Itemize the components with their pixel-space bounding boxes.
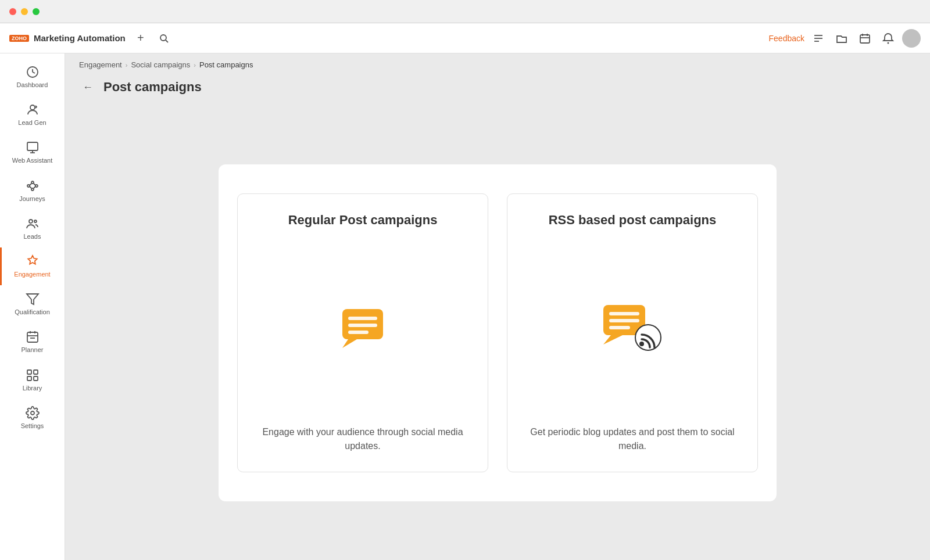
- svg-line-21: [34, 184, 35, 185]
- topbar-actions: Feedback: [769, 29, 921, 48]
- rss-card-description: Get periodic blog updates and post them …: [521, 425, 743, 453]
- svg-rect-27: [27, 332, 38, 342]
- cards-wrapper: Regular Post campaigns: [65, 105, 930, 560]
- regular-card-icon-area: [337, 237, 389, 416]
- sidebar-label-journeys: Journeys: [19, 195, 45, 203]
- svg-point-24: [29, 220, 33, 223]
- list-icon[interactable]: [809, 29, 828, 48]
- svg-point-47: [635, 325, 661, 350]
- svg-rect-46: [609, 326, 630, 329]
- library-icon: [26, 368, 40, 382]
- qualification-icon: [26, 292, 40, 306]
- content-area: Engagement › Social campaigns › Post cam…: [65, 53, 930, 560]
- svg-rect-41: [348, 331, 369, 334]
- add-button[interactable]: +: [133, 30, 149, 46]
- svg-marker-43: [603, 335, 623, 344]
- sidebar-label-dashboard: Dashboard: [17, 81, 48, 89]
- breadcrumb-social-campaigns[interactable]: Social campaigns: [131, 60, 190, 69]
- main-area: Dashboard Lead Gen Web Assistant: [0, 53, 930, 560]
- sidebar-label-settings: Settings: [21, 422, 44, 430]
- regular-card-title: Regular Post campaigns: [288, 213, 438, 228]
- sidebar-item-lead-gen[interactable]: Lead Gen: [0, 96, 65, 134]
- sidebar-item-web-assistant[interactable]: Web Assistant: [0, 134, 65, 171]
- sidebar-item-settings[interactable]: Settings: [0, 399, 65, 437]
- sidebar-item-dashboard[interactable]: Dashboard: [0, 58, 65, 96]
- settings-icon: [26, 406, 40, 420]
- breadcrumb-engagement[interactable]: Engagement: [79, 60, 122, 69]
- minimize-button[interactable]: [21, 8, 28, 15]
- svg-rect-34: [27, 376, 31, 380]
- breadcrumb-current: Post campaigns: [199, 60, 253, 69]
- sidebar-item-leads[interactable]: Leads: [0, 210, 65, 247]
- svg-point-18: [35, 185, 38, 187]
- sidebar-item-journeys[interactable]: Journeys: [0, 172, 65, 210]
- breadcrumb-sep-2: ›: [194, 62, 196, 69]
- svg-rect-33: [34, 370, 38, 374]
- maximize-button[interactable]: [33, 8, 40, 15]
- rss-chat-bubble-icon: [600, 300, 664, 353]
- svg-point-36: [31, 411, 34, 415]
- svg-line-20: [30, 184, 31, 185]
- svg-line-22: [30, 186, 31, 188]
- svg-point-25: [34, 220, 37, 222]
- sidebar: Dashboard Lead Gen Web Assistant: [0, 53, 65, 560]
- svg-rect-45: [609, 319, 639, 322]
- breadcrumb: Engagement › Social campaigns › Post cam…: [65, 53, 930, 76]
- dashboard-icon: [26, 65, 40, 79]
- svg-point-48: [639, 342, 644, 346]
- folder-icon[interactable]: [832, 29, 851, 48]
- svg-rect-35: [34, 376, 38, 380]
- breadcrumb-sep-1: ›: [126, 62, 128, 69]
- back-button[interactable]: ←: [79, 78, 96, 96]
- sidebar-label-qualification: Qualification: [15, 308, 50, 316]
- svg-rect-40: [348, 324, 377, 327]
- web-assistant-icon: [26, 141, 40, 155]
- sidebar-label-lead-gen: Lead Gen: [18, 119, 46, 127]
- avatar[interactable]: [902, 29, 921, 48]
- sidebar-item-qualification[interactable]: Qualification: [0, 285, 65, 323]
- svg-point-19: [31, 188, 34, 191]
- close-button[interactable]: [9, 8, 16, 15]
- sidebar-label-engagement: Engagement: [14, 271, 50, 278]
- rss-card-title: RSS based post campaigns: [549, 213, 717, 228]
- sidebar-item-library[interactable]: Library: [0, 361, 65, 399]
- planner-icon: [26, 330, 40, 344]
- feedback-link[interactable]: Feedback: [769, 34, 804, 43]
- leads-icon: [26, 217, 40, 231]
- engagement-icon: [26, 254, 40, 268]
- svg-point-16: [27, 185, 30, 187]
- journeys-icon: [26, 179, 40, 193]
- rss-card-icon-area: [600, 237, 664, 416]
- rss-post-campaign-card[interactable]: RSS based post campaigns: [507, 193, 758, 472]
- sidebar-label-leads: Leads: [24, 233, 41, 240]
- svg-marker-26: [27, 294, 38, 304]
- lead-gen-icon: [26, 103, 40, 117]
- svg-rect-39: [348, 317, 377, 320]
- window-chrome: [0, 0, 930, 23]
- zoho-logo: ZOHO: [9, 35, 29, 42]
- app: ZOHO Marketing Automation + Feedback: [0, 23, 930, 560]
- svg-rect-32: [27, 370, 31, 374]
- sidebar-item-planner[interactable]: Planner: [0, 323, 65, 361]
- svg-line-23: [34, 186, 35, 188]
- svg-line-1: [166, 40, 168, 42]
- search-button[interactable]: [156, 30, 172, 46]
- svg-marker-38: [342, 339, 357, 348]
- zoho-badge: ZOHO: [9, 35, 29, 42]
- svg-rect-44: [609, 312, 639, 315]
- page-title: Post campaigns: [103, 80, 202, 95]
- svg-point-12: [30, 105, 35, 110]
- sidebar-label-planner: Planner: [22, 346, 44, 354]
- svg-rect-13: [27, 142, 38, 150]
- sidebar-item-engagement[interactable]: Engagement: [0, 247, 65, 285]
- sidebar-label-library: Library: [23, 385, 42, 392]
- logo-area: ZOHO Marketing Automation: [9, 33, 126, 43]
- calendar-icon[interactable]: [856, 29, 874, 48]
- regular-post-campaign-card[interactable]: Regular Post campaigns: [237, 193, 488, 472]
- page-header: ← Post campaigns: [65, 76, 930, 105]
- chat-bubble-icon: [337, 300, 389, 353]
- svg-point-10: [888, 42, 889, 44]
- notification-icon[interactable]: [879, 29, 897, 48]
- svg-point-17: [31, 181, 34, 184]
- regular-card-description: Engage with your audience through social…: [252, 425, 474, 453]
